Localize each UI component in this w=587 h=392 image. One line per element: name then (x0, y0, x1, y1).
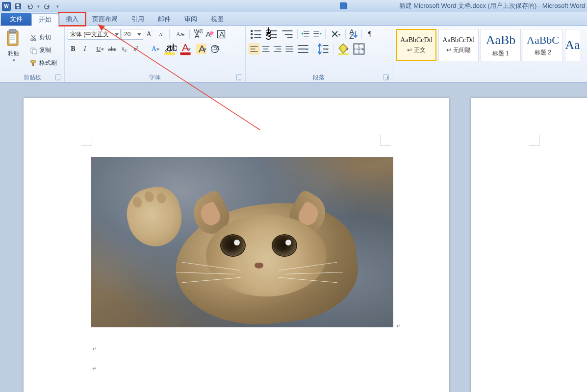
multilevel-list-icon[interactable] (280, 29, 295, 40)
svg-text:A: A (219, 30, 224, 38)
undo-dropdown-icon[interactable]: ▾ (37, 4, 40, 9)
enclose-characters-icon[interactable]: 字 (209, 44, 220, 54)
style-sample: AaBbCcDd (400, 36, 432, 44)
tab-home[interactable]: 开始 (31, 13, 59, 26)
page-1[interactable]: ↵ ↵ ↵ (24, 98, 449, 392)
asian-layout-icon[interactable]: ✕ (328, 29, 343, 40)
svg-rect-2 (17, 6, 19, 8)
style-name: 标题 2 (535, 49, 551, 57)
clear-formatting-icon[interactable]: A (204, 29, 215, 40)
redo-icon[interactable] (43, 2, 51, 11)
paragraph-mark-icon: ↵ (396, 322, 401, 329)
distributed-icon[interactable] (296, 44, 310, 54)
copy-label: 复制 (39, 46, 51, 54)
tab-insert[interactable]: 插入 (59, 13, 85, 25)
paragraph-mark-icon: ↵ (92, 365, 97, 372)
copy-button[interactable]: 复制 (27, 45, 59, 56)
group-font-label: 字体 (149, 74, 161, 81)
group-clipboard-label: 剪贴板 (24, 74, 41, 81)
paste-icon[interactable] (5, 29, 22, 49)
subscript-icon[interactable]: x2 (119, 44, 129, 54)
svg-point-11 (31, 38, 33, 40)
style-sample: Aa (565, 38, 580, 52)
margin-corner-icon (381, 135, 391, 146)
paste-label[interactable]: 粘贴 (8, 49, 20, 58)
underline-icon[interactable]: U (91, 44, 106, 54)
char-shading-icon[interactable]: A (194, 44, 208, 54)
svg-marker-53 (320, 32, 322, 35)
cut-button[interactable]: 剪切 (27, 32, 59, 44)
svg-rect-7 (9, 34, 16, 44)
font-name-combo[interactable]: 宋体 (中文正文 (68, 29, 121, 40)
shrink-font-icon[interactable]: Aˇ (156, 29, 167, 40)
format-painter-label: 格式刷 (39, 59, 57, 67)
align-right-icon[interactable] (272, 44, 283, 54)
svg-rect-15 (31, 60, 35, 63)
style-name: ↩ 正文 (407, 46, 425, 54)
align-left-icon[interactable] (249, 44, 259, 54)
tab-references[interactable]: 引用 (125, 13, 151, 25)
line-spacing-icon[interactable] (316, 44, 331, 54)
clipboard-dialog-launcher-icon[interactable] (55, 74, 61, 80)
svg-point-31 (251, 30, 253, 32)
style-more[interactable]: Aa (565, 29, 580, 61)
style-no-spacing[interactable]: AaBbCcDd ↩ 无间隔 (438, 29, 479, 61)
bullets-icon[interactable] (249, 29, 263, 40)
tab-view[interactable]: 视图 (204, 13, 230, 25)
style-heading2[interactable]: AaBbC 标题 2 (523, 29, 563, 61)
align-center-icon[interactable] (260, 44, 271, 54)
style-name: ↩ 无间隔 (446, 46, 470, 54)
inserted-image[interactable] (91, 157, 393, 327)
grow-font-icon[interactable]: Aˆ (144, 29, 155, 40)
svg-text:ab: ab (166, 42, 177, 53)
style-sample: AaBb (486, 33, 516, 48)
sort-icon[interactable]: AZ (348, 29, 359, 40)
svg-text:A: A (195, 31, 200, 40)
svg-rect-23 (165, 52, 175, 55)
tab-file[interactable]: 文件 (1, 13, 31, 25)
svg-text:A: A (199, 43, 205, 54)
shading-icon[interactable] (336, 44, 351, 54)
numbering-icon[interactable]: 123 (264, 29, 279, 40)
font-dialog-launcher-icon[interactable] (236, 74, 242, 80)
document-area[interactable]: ↵ ↵ ↵ (0, 83, 587, 392)
increase-indent-icon[interactable] (312, 29, 323, 40)
italic-icon[interactable]: I (79, 44, 90, 54)
show-hide-marks-icon[interactable]: ¶ (364, 29, 375, 40)
tab-page-layout[interactable]: 页面布局 (85, 13, 125, 25)
svg-rect-14 (32, 49, 36, 54)
page-2[interactable] (471, 98, 587, 392)
ribbon: 粘贴 ▾ 剪切 复制 格式刷 剪贴板 宋体 (中文正文 20 Aˆ Aˇ Aa … (0, 26, 587, 83)
phonetic-guide-icon[interactable]: wénA (192, 29, 203, 40)
svg-text:A: A (182, 42, 189, 53)
superscript-icon[interactable]: x2 (130, 44, 141, 54)
justify-icon[interactable] (284, 44, 295, 54)
tab-mailings[interactable]: 邮件 (151, 13, 178, 25)
highlight-icon[interactable]: ab (162, 44, 177, 54)
qat-customize-icon[interactable]: ▾ (56, 4, 59, 9)
tab-review[interactable]: 审阅 (178, 13, 204, 25)
svg-rect-6 (9, 29, 16, 33)
character-border-icon[interactable]: A (216, 29, 227, 40)
bold-icon[interactable]: B (68, 44, 78, 54)
svg-text:字: 字 (212, 45, 220, 53)
style-heading1[interactable]: AaBb 标题 1 (481, 29, 521, 61)
svg-point-32 (251, 33, 253, 36)
paragraph-dialog-launcher-icon[interactable] (383, 74, 389, 80)
style-normal[interactable]: AaBbCcDd ↩ 正文 (396, 29, 436, 61)
group-paragraph: 123 ✕ AZ ¶ (246, 26, 392, 82)
font-color-icon[interactable]: A (178, 44, 193, 54)
font-size-combo[interactable]: 20 (122, 29, 143, 40)
save-icon[interactable] (14, 2, 23, 11)
format-painter-button[interactable]: 格式刷 (27, 57, 59, 69)
borders-icon[interactable] (352, 44, 366, 54)
document-icon (340, 2, 347, 9)
decrease-indent-icon[interactable] (300, 29, 311, 40)
svg-text:3: 3 (266, 30, 272, 42)
margin-corner-icon (529, 135, 539, 146)
change-case-icon[interactable]: Aa (172, 29, 187, 40)
text-effects-icon[interactable]: A (147, 44, 161, 54)
strikethrough-icon[interactable]: abc (107, 44, 118, 54)
undo-icon[interactable] (26, 2, 34, 11)
paste-dropdown-icon[interactable]: ▾ (13, 58, 15, 63)
